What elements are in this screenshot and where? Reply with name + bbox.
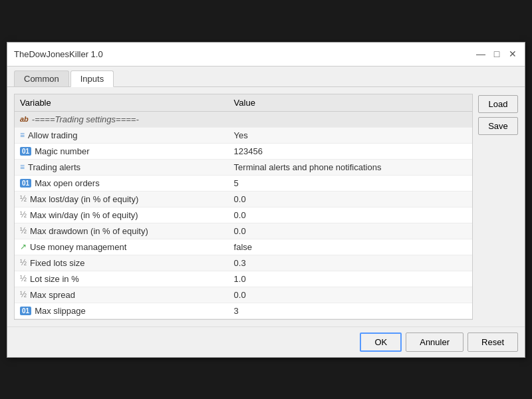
variable-cell: 01Magic number — [15, 143, 229, 159]
value-cell: 0.0 — [229, 207, 472, 223]
variable-label: Fixed lots size — [30, 258, 84, 268]
main-window: TheDowJonesKiller 1.0 — □ ✕ Common Input… — [7, 42, 525, 358]
variable-cell: ½Max spread — [15, 287, 229, 303]
side-buttons: Load Save — [478, 94, 518, 320]
window-title: TheDowJonesKiller 1.0 — [14, 49, 103, 59]
variable-label: Max drawdown (in % of equity) — [30, 226, 148, 236]
value-cell: Terminal alerts and phone notifications — [229, 159, 472, 175]
table-row[interactable]: ≡Allow tradingYes — [15, 127, 472, 143]
value-cell: 1.0 — [229, 271, 472, 287]
table-row[interactable]: ½Max win/day (in % of equity)0.0 — [15, 207, 472, 223]
table-row[interactable]: 01Max open orders5 — [15, 175, 472, 191]
variable-cell: 01Max slippage — [15, 303, 229, 319]
row-icon: ½ — [20, 194, 27, 203]
table-row[interactable]: ≡Trading alertsTerminal alerts and phone… — [15, 159, 472, 175]
variable-cell: ↗Use money management — [15, 239, 229, 255]
table-row[interactable]: ½Lot size in %1.0 — [15, 271, 472, 287]
cancel-button[interactable]: Annuler — [406, 332, 464, 352]
table-row[interactable]: 01Magic number123456 — [15, 143, 472, 159]
ok-button[interactable]: OK — [360, 332, 402, 352]
row-icon: ½ — [20, 226, 27, 235]
row-icon: ½ — [20, 290, 27, 299]
row-icon: ≡ — [20, 162, 25, 172]
value-cell: 3 — [229, 303, 472, 319]
row-icon: 01 — [20, 179, 31, 188]
variable-cell: ½Max win/day (in % of equity) — [15, 207, 229, 223]
maximize-button[interactable]: □ — [491, 49, 502, 59]
variable-label: Max win/day (in % of equity) — [30, 210, 138, 220]
value-cell: 0.0 — [229, 191, 472, 207]
tab-common[interactable]: Common — [14, 70, 69, 86]
value-cell: 5 — [229, 175, 472, 191]
variable-label: -====Trading settings====- — [32, 114, 139, 124]
minimize-button[interactable]: — — [475, 49, 486, 59]
table-scroll[interactable]: Variable Value ab-====Trading settings==… — [15, 94, 472, 319]
variable-label: Max spread — [30, 290, 75, 300]
table-body: ab-====Trading settings====- ≡Allow trad… — [15, 111, 472, 319]
col-variable-header: Variable — [15, 94, 229, 112]
variable-cell: ≡Trading alerts — [15, 159, 229, 175]
row-icon: ≡ — [20, 130, 25, 140]
variable-cell: ½Max lost/day (in % of equity) — [15, 191, 229, 207]
variable-table-container: Variable Value ab-====Trading settings==… — [14, 94, 473, 320]
table-row[interactable]: ↗Use money managementfalse — [15, 239, 472, 255]
value-cell: Yes — [229, 127, 472, 143]
value-cell: 0.3 — [229, 255, 472, 271]
value-cell — [229, 111, 472, 127]
value-cell: 0.0 — [229, 223, 472, 239]
variable-label: Lot size in % — [30, 274, 79, 284]
reset-button[interactable]: Reset — [467, 332, 518, 352]
table-row[interactable]: ½Fixed lots size0.3 — [15, 255, 472, 271]
variable-label: Trading alerts — [28, 162, 80, 172]
row-icon: ½ — [20, 210, 27, 219]
value-cell: 123456 — [229, 143, 472, 159]
row-icon: 01 — [20, 147, 31, 156]
title-bar-controls: — □ ✕ — [475, 49, 518, 59]
save-button[interactable]: Save — [478, 117, 518, 135]
table-row[interactable]: ab-====Trading settings====- — [15, 111, 472, 127]
variable-cell: 01Max open orders — [15, 175, 229, 191]
footer: OK Annuler Reset — [7, 327, 525, 357]
content-area: Variable Value ab-====Trading settings==… — [7, 87, 525, 327]
tab-inputs[interactable]: Inputs — [70, 70, 114, 87]
close-button[interactable]: ✕ — [507, 49, 518, 59]
variable-label: Magic number — [35, 146, 89, 156]
variable-label: Max open orders — [35, 178, 100, 188]
table-row[interactable]: ½Max spread0.0 — [15, 287, 472, 303]
row-icon: ab — [20, 115, 29, 123]
variable-table: Variable Value ab-====Trading settings==… — [15, 94, 472, 319]
value-cell: false — [229, 239, 472, 255]
variable-label: Use money management — [30, 242, 126, 252]
table-header-row: Variable Value — [15, 94, 472, 112]
variable-label: Max slippage — [35, 306, 86, 316]
tab-bar: Common Inputs — [7, 66, 525, 87]
value-cell: 0.0 — [229, 287, 472, 303]
row-icon: 01 — [20, 307, 31, 315]
title-bar: TheDowJonesKiller 1.0 — □ ✕ — [7, 43, 525, 66]
variable-cell: ab-====Trading settings====- — [15, 111, 229, 127]
load-button[interactable]: Load — [478, 95, 518, 113]
variable-cell: ½Lot size in % — [15, 271, 229, 287]
row-icon: ½ — [20, 258, 27, 267]
table-row[interactable]: ½Max lost/day (in % of equity)0.0 — [15, 191, 472, 207]
variable-cell: ½Max drawdown (in % of equity) — [15, 223, 229, 239]
variable-label: Allow trading — [28, 130, 77, 140]
row-icon: ↗ — [20, 242, 27, 251]
table-row[interactable]: ½Max drawdown (in % of equity)0.0 — [15, 223, 472, 239]
row-icon: ½ — [20, 274, 27, 283]
variable-cell: ½Fixed lots size — [15, 255, 229, 271]
variable-cell: ≡Allow trading — [15, 127, 229, 143]
col-value-header: Value — [229, 94, 472, 112]
variable-label: Max lost/day (in % of equity) — [30, 194, 138, 204]
table-row[interactable]: 01Max slippage3 — [15, 303, 472, 319]
